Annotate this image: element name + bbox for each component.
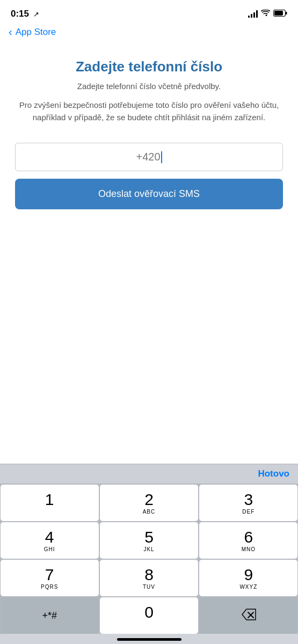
svg-rect-2 (274, 11, 283, 16)
key-6[interactable]: 6 MNO (199, 522, 297, 559)
key-2[interactable]: 2 ABC (100, 485, 198, 521)
key-4[interactable]: 4 GHI (1, 522, 99, 559)
keyboard-grid: 1 2 ABC 3 DEF 4 GHI 5 JKL 6 MNO 7 PQRS (0, 484, 298, 634)
signal-icon (248, 10, 258, 18)
key-1[interactable]: 1 (1, 485, 99, 521)
status-bar: 0:15 ↗ (0, 0, 298, 24)
key-symbols[interactable]: +*# (1, 597, 99, 634)
subtitle: Zadejte telefonní číslo včetně předvolby… (15, 82, 283, 91)
key-9[interactable]: 9 WXYZ (199, 560, 297, 596)
nav-bar: ‹ App Store (0, 24, 298, 42)
back-button[interactable]: ‹ App Store (9, 26, 56, 38)
key-7[interactable]: 7 PQRS (1, 560, 99, 596)
wifi-icon (261, 9, 270, 19)
key-0[interactable]: 0 (100, 597, 198, 634)
key-backspace[interactable] (199, 597, 297, 634)
back-label: App Store (16, 27, 56, 38)
battery-icon (273, 9, 287, 19)
key-5[interactable]: 5 JKL (100, 522, 198, 559)
home-indicator (0, 634, 298, 644)
svg-rect-1 (286, 12, 287, 14)
phone-input-container[interactable]: +420 (15, 143, 283, 171)
location-icon: ↗ (33, 10, 39, 18)
keyboard-area: Hotovo 1 2 ABC 3 DEF 4 GHI 5 JKL 6 MNO (0, 464, 298, 644)
phone-value: +420 (136, 151, 160, 163)
main-content: Zadejte telefonní číslo Zadejte telefonn… (0, 42, 298, 220)
page-title: Zadejte telefonní číslo (15, 58, 283, 75)
description: Pro zvýšení bezpečnosti potřebujeme toto… (15, 99, 283, 123)
status-icons (248, 9, 287, 19)
key-3[interactable]: 3 DEF (199, 485, 297, 521)
submit-button[interactable]: Odeslat ověřovací SMS (15, 179, 283, 209)
status-time: 0:15 (11, 9, 29, 19)
keyboard-toolbar: Hotovo (0, 464, 298, 484)
cursor-blink (161, 151, 162, 163)
backspace-icon (241, 609, 256, 624)
done-button[interactable]: Hotovo (258, 469, 289, 479)
home-bar (117, 638, 181, 641)
key-8[interactable]: 8 TUV (100, 560, 198, 596)
back-chevron-icon: ‹ (9, 26, 12, 38)
